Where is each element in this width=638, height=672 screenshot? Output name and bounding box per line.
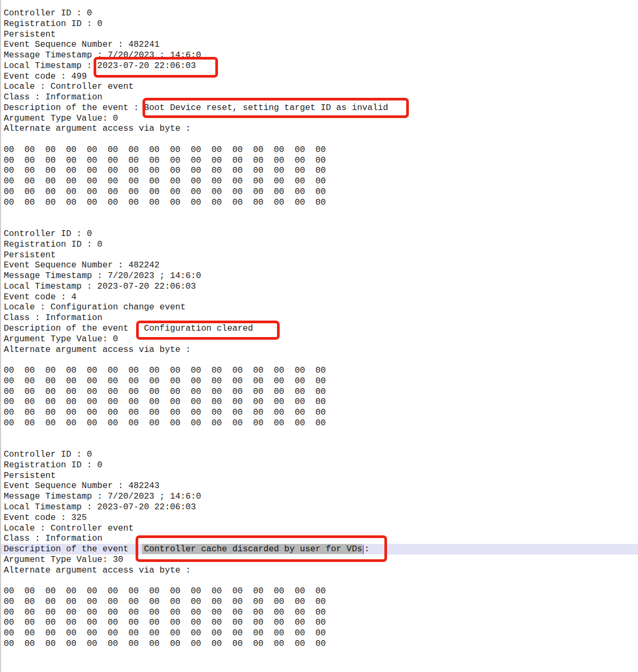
- description-text: Configuration cleared: [144, 323, 253, 333]
- field-persistent: Persistent: [4, 250, 638, 261]
- field-event-sequence-number: Event Sequence Number : 482241: [4, 39, 638, 50]
- hex-dump-row: 00 00 00 00 00 00 00 00 00 00 00 00 00 0…: [4, 145, 638, 155]
- field-event-code: Event code : 4: [4, 292, 638, 303]
- field-local-timestamp: Local Timestamp : 2023-07-20 22:06:03: [4, 281, 638, 292]
- field-locale: Locale : Configuration change event: [4, 302, 638, 313]
- field-alternate-argument: Alternate argument access via byte :: [4, 123, 638, 134]
- hex-dump-row: 00 00 00 00 00 00 00 00 00 00 00 00 00 0…: [4, 155, 638, 166]
- description-label: Description of the event :: [4, 103, 144, 113]
- field-description: Description of the event Configuration c…: [4, 323, 638, 334]
- field-local-timestamp: Local Timestamp : 2023-07-20 22:06:03: [4, 502, 638, 513]
- blank-line: [4, 218, 638, 229]
- field-persistent: Persistent: [4, 471, 638, 481]
- field-alternate-argument: Alternate argument access via byte :: [4, 345, 638, 355]
- blank-line: [4, 439, 638, 449]
- hex-dump-row: 00 00 00 00 00 00 00 00 00 00 00 00 00 0…: [4, 397, 638, 407]
- text-cursor: [363, 545, 364, 554]
- hex-dump-row: 00 00 00 00 00 00 00 00 00 00 00 00 00 0…: [4, 187, 638, 197]
- description-label: Description of the event: [4, 323, 144, 333]
- description-suffix: :: [364, 544, 370, 554]
- blank-line: [4, 575, 638, 586]
- field-description: Description of the event : Boot Device r…: [4, 103, 638, 113]
- blank-line: [4, 355, 638, 365]
- field-event-sequence-number: Event Sequence Number : 482243: [4, 481, 638, 491]
- field-locale: Locale : Controller event: [4, 81, 638, 92]
- blank-line: [4, 659, 638, 670]
- field-class: Class : Information: [4, 313, 638, 323]
- hex-dump-row: 00 00 00 00 00 00 00 00 00 00 00 00 00 0…: [4, 197, 638, 208]
- field-registration-id: Registration ID : 0: [4, 460, 638, 471]
- field-class: Class : Information: [4, 92, 638, 103]
- field-registration-id: Registration ID : 0: [4, 19, 638, 29]
- field-local-timestamp: Local Timestamp : 2023-07-20 22:06:03: [4, 61, 638, 71]
- hex-dump-row: 00 00 00 00 00 00 00 00 00 00 00 00 00 0…: [4, 376, 638, 387]
- selected-description-text: Controller cache discarded by user for V…: [142, 544, 362, 554]
- description-label: Description of the event: [4, 544, 144, 554]
- field-event-code: Event code : 499: [4, 71, 638, 82]
- field-event-sequence-number: Event Sequence Number : 482242: [4, 260, 638, 271]
- hex-dump-row: 00 00 00 00 00 00 00 00 00 00 00 00 00 0…: [4, 165, 638, 176]
- field-message-timestamp: Message Timestamp : 7/20/2023 ; 14:6:0: [4, 491, 638, 502]
- hex-dump-row: 00 00 00 00 00 00 00 00 00 00 00 00 00 0…: [4, 418, 638, 429]
- field-controller-id: Controller ID : 0: [4, 449, 638, 460]
- field-event-code: Event code : 325: [4, 513, 638, 523]
- blank-line: [4, 208, 638, 219]
- blank-line: [4, 134, 638, 145]
- hex-dump-row: 00 00 00 00 00 00 00 00 00 00 00 00 00 0…: [4, 586, 638, 597]
- field-persistent: Persistent: [4, 29, 638, 40]
- field-class: Class : Information: [4, 533, 638, 544]
- hex-dump-row: 00 00 00 00 00 00 00 00 00 00 00 00 00 0…: [4, 607, 638, 618]
- hex-dump-row: 00 00 00 00 00 00 00 00 00 00 00 00 00 0…: [4, 628, 638, 639]
- field-controller-id: Controller ID : 0: [4, 229, 638, 239]
- field-controller-id: Controller ID : 0: [4, 8, 638, 19]
- field-argument-type-value: Argument Type Value: 30: [4, 555, 638, 565]
- hex-dump-row: 00 00 00 00 00 00 00 00 00 00 00 00 00 0…: [4, 407, 638, 418]
- field-argument-type-value: Argument Type Value: 0: [4, 334, 638, 345]
- field-argument-type-value: Argument Type Value: 0: [4, 113, 638, 124]
- description-text: Boot Device reset, setting target ID as …: [144, 103, 388, 113]
- blank-line: [4, 429, 638, 439]
- hex-dump-row: 00 00 00 00 00 00 00 00 00 00 00 00 00 0…: [4, 639, 638, 649]
- hex-dump-row: 00 00 00 00 00 00 00 00 00 00 00 00 00 0…: [4, 387, 638, 397]
- hex-dump-row: 00 00 00 00 00 00 00 00 00 00 00 00 00 0…: [4, 176, 638, 187]
- window-left-edge: [0, 0, 1, 672]
- field-description: Description of the event Controller cach…: [0, 544, 638, 555]
- hex-dump-row: 00 00 00 00 00 00 00 00 00 00 00 00 00 0…: [4, 617, 638, 628]
- event-log-text[interactable]: Controller ID : 0Registration ID : 0Pers…: [0, 0, 638, 670]
- hex-dump-row: 00 00 00 00 00 00 00 00 00 00 00 00 00 0…: [4, 365, 638, 376]
- hex-dump-row: 00 00 00 00 00 00 00 00 00 00 00 00 00 0…: [4, 597, 638, 607]
- field-alternate-argument: Alternate argument access via byte :: [4, 565, 638, 576]
- field-registration-id: Registration ID : 0: [4, 239, 638, 250]
- field-message-timestamp: Message Timestamp : 7/20/2023 ; 14:6:0: [4, 50, 638, 61]
- field-message-timestamp: Message Timestamp : 7/20/2023 ; 14:6:0: [4, 271, 638, 281]
- blank-line: [4, 649, 638, 660]
- field-locale: Locale : Controller event: [4, 523, 638, 534]
